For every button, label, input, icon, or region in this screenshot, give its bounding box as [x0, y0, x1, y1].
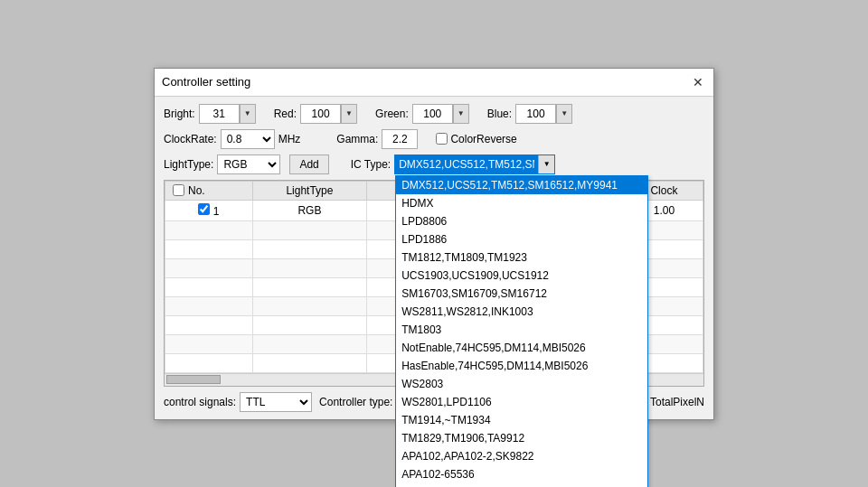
window-title: Controller setting [162, 75, 250, 89]
blue-spinner-btn[interactable]: ▼ [556, 104, 572, 124]
dropdown-item[interactable]: HDMX [396, 194, 647, 212]
color-reverse-label: ColorReverse [450, 133, 516, 145]
content-area: Bright: ▼ Red: ▼ Green: ▼ Blue: ▼ [155, 97, 713, 419]
dropdown-item[interactable]: APA102,APA102-2,SK9822 [396, 447, 647, 465]
add-button[interactable]: Add [289, 155, 328, 174]
dropdown-item[interactable]: LPD1886 [396, 230, 647, 248]
green-spinner-btn[interactable]: ▼ [453, 104, 469, 124]
lighttype-select[interactable]: RGB RGBW RGBWW [217, 155, 280, 174]
dropdown-item[interactable]: WS2811,WS2812,INK1003 [396, 303, 647, 321]
lighttype-group: LightType: RGB RGBW RGBWW [164, 155, 280, 174]
green-group: Green: ▼ [375, 104, 469, 124]
bright-input[interactable] [199, 104, 240, 124]
bright-spinner-btn[interactable]: ▼ [240, 104, 256, 124]
green-input[interactable] [412, 104, 453, 124]
dropdown-item[interactable]: TM1829,TM1906,TA9912 [396, 429, 647, 447]
title-bar: Controller setting ✕ [155, 69, 713, 97]
blue-label: Blue: [487, 108, 512, 120]
red-input[interactable] [300, 104, 341, 124]
dropdown-item[interactable]: TM1914,~TM1934 [396, 411, 647, 429]
dropdown-item[interactable]: NotEnable,74HC595,DM114,MBI5026 [396, 339, 647, 357]
color-reverse-checkbox[interactable] [436, 133, 448, 145]
ic-type-group: IC Type: ▼ DMX512,UCS512,TM512,SM16512,M… [351, 155, 555, 174]
dropdown-item[interactable]: APA102-65536 [396, 465, 647, 483]
cell-no: 1 [165, 200, 253, 220]
ic-type-dropdown: DMX512,UCS512,TM512,SM16512,MY9941HDMXLP… [395, 175, 648, 488]
dropdown-item[interactable]: TM1803 [396, 321, 647, 339]
green-label: Green: [375, 108, 409, 120]
control-signals-select[interactable]: TTL RS485 DMX [240, 392, 312, 412]
blue-group: Blue: ▼ [487, 104, 572, 124]
dropdown-item[interactable]: HasEnable,74HC595,DM114,MBI5026 [396, 357, 647, 375]
dropdown-item[interactable]: TLS3001 [396, 483, 647, 488]
blue-input[interactable] [515, 104, 556, 124]
control-signals-label: control signals: [164, 396, 236, 408]
red-label: Red: [274, 108, 297, 120]
clockrate-row: ClockRate: 0.8 1.0 2.0 MHz Gamma: ColorR… [164, 129, 704, 149]
cell-lighttype: RGB [252, 200, 367, 220]
controller-type-label: Controller type: [319, 396, 392, 408]
red-group: Red: ▼ [274, 104, 357, 124]
select-all-checkbox[interactable] [173, 184, 184, 196]
clockrate-label: ClockRate: [164, 133, 217, 145]
dropdown-item[interactable]: LPD8806 [396, 212, 647, 230]
dropdown-item[interactable]: WS2801,LPD1106 [396, 393, 647, 411]
scrollbar-thumb[interactable] [166, 375, 221, 384]
dropdown-item[interactable]: DMX512,UCS512,TM512,SM16512,MY9941 [396, 176, 647, 194]
ic-type-dropdown-arrow[interactable]: ▼ [538, 155, 554, 173]
dropdown-item[interactable]: WS2803 [396, 375, 647, 393]
close-button[interactable]: ✕ [690, 74, 706, 90]
red-spinner-btn[interactable]: ▼ [341, 104, 357, 124]
clockrate-unit: MHz [278, 133, 301, 145]
dropdown-item[interactable]: SM16703,SM16709,SM16712 [396, 285, 647, 303]
gamma-label: Gamma: [336, 133, 378, 145]
bright-label: Bright: [164, 108, 195, 120]
col-header-lighttype: LightType [252, 181, 367, 200]
row-checkbox[interactable] [198, 203, 210, 215]
ic-type-label: IC Type: [351, 158, 391, 171]
gamma-group: Gamma: [336, 129, 418, 149]
dropdown-item[interactable]: UCS1903,UCS1909,UCS1912 [396, 267, 647, 285]
lighttype-label: LightType: [164, 158, 213, 171]
col-header-no: No. [165, 181, 253, 200]
bright-group: Bright: ▼ [164, 104, 256, 124]
clockrate-select[interactable]: 0.8 1.0 2.0 [221, 129, 275, 149]
brightness-row: Bright: ▼ Red: ▼ Green: ▼ Blue: ▼ [164, 104, 704, 124]
color-reverse-group: ColorReverse [436, 133, 520, 145]
control-signals-group: control signals: TTL RS485 DMX [164, 392, 312, 412]
ic-type-input[interactable] [395, 155, 538, 173]
lighttype-row: LightType: RGB RGBW RGBWW Add IC Type: ▼… [164, 155, 704, 174]
gamma-input[interactable] [382, 129, 418, 149]
dropdown-item[interactable]: TM1812,TM1809,TM1923 [396, 248, 647, 267]
clockrate-group: ClockRate: 0.8 1.0 2.0 MHz [164, 129, 300, 149]
total-pixels-label: TotalPixelN [650, 396, 704, 408]
controller-setting-window: Controller setting ✕ Bright: ▼ Red: ▼ Gr… [154, 68, 714, 420]
ic-type-input-wrap: ▼ DMX512,UCS512,TM512,SM16512,MY9941HDMX… [394, 155, 555, 174]
